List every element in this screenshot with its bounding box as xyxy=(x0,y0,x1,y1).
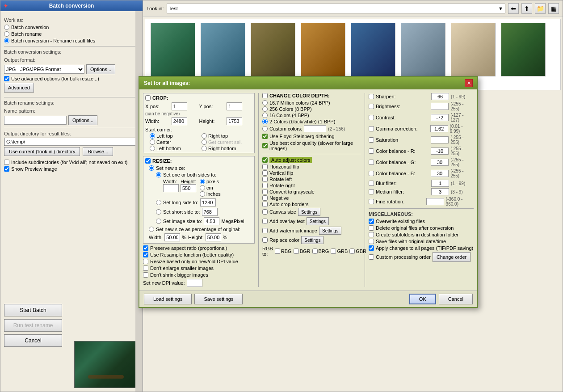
best-quality-checkbox[interactable] xyxy=(262,143,268,148)
set-one-both-option[interactable]: Set one or both sides to: xyxy=(156,172,252,177)
left-bottom-option[interactable]: Left bottom xyxy=(150,146,201,151)
canvas-size-option[interactable]: Canvas size Settings xyxy=(262,208,361,216)
include-subdir-checkbox[interactable] xyxy=(4,160,9,165)
crop-width-input[interactable] xyxy=(172,117,187,125)
image-size-input[interactable] xyxy=(204,217,219,225)
overlay-checkbox[interactable] xyxy=(262,219,268,224)
image-size-option[interactable]: Set image size to: MegaPixel xyxy=(156,217,252,225)
auto-adjust-checkbox[interactable] xyxy=(262,157,268,163)
negative-option[interactable]: Negative xyxy=(262,195,361,201)
floyd-option[interactable]: Use Floyd-Steinberg dithering xyxy=(262,134,361,139)
resize-dpi-option[interactable]: Resize based only on new/old DPI value xyxy=(143,259,255,264)
browse-button[interactable]: Browse... xyxy=(83,147,113,156)
2-colors-option[interactable]: 2 Colors (black/white) (1 BPP) xyxy=(262,119,361,124)
bgr-option[interactable]: BGR xyxy=(294,249,311,254)
color-r-checkbox[interactable] xyxy=(369,148,374,154)
horizontal-flip-option[interactable]: Horizontal flip xyxy=(262,164,361,169)
dont-shrink-checkbox[interactable] xyxy=(143,272,148,278)
ok-button[interactable]: OK xyxy=(409,294,436,304)
fine-rotation-checkbox[interactable] xyxy=(369,199,374,204)
create-subfolders-checkbox[interactable] xyxy=(369,232,374,237)
use-advanced-checkbox[interactable] xyxy=(4,76,9,81)
batch-conv-option[interactable]: Batch conversion xyxy=(4,25,139,30)
center-option[interactable]: Center xyxy=(150,139,201,145)
saturation-checkbox[interactable] xyxy=(369,137,374,143)
grayscale-checkbox[interactable] xyxy=(262,189,268,194)
color-r-input[interactable] xyxy=(431,148,449,155)
resize-checkbox[interactable] xyxy=(145,158,151,164)
format-select[interactable]: JPG - JPG/JPEG Format xyxy=(4,65,84,74)
create-subfolders-option[interactable]: Create subfolders in destination folder xyxy=(369,232,474,237)
overlay-settings-button[interactable]: Settings xyxy=(307,217,329,225)
dont-shrink-option[interactable]: Don't shrink bigger images xyxy=(143,272,255,278)
horizontal-flip-checkbox[interactable] xyxy=(262,164,268,169)
replace-color-option[interactable]: Replace color Settings xyxy=(262,236,361,244)
contrast-checkbox[interactable] xyxy=(369,115,374,120)
sharpen-checkbox[interactable] xyxy=(369,94,374,99)
sharpen-input[interactable] xyxy=(431,93,449,100)
use-resample-checkbox[interactable] xyxy=(143,252,148,257)
up-button[interactable]: ⬆ xyxy=(521,3,532,14)
color-g-input[interactable] xyxy=(431,159,449,166)
brg-option[interactable]: BRG xyxy=(312,249,329,254)
rotate-left-option[interactable]: Rotate left xyxy=(262,177,361,182)
replace-color-checkbox[interactable] xyxy=(262,237,268,243)
dont-enlarge-option[interactable]: Don't enlarge smaller images xyxy=(143,266,255,271)
blur-checkbox[interactable] xyxy=(369,181,374,186)
left-top-option[interactable]: Left top xyxy=(150,133,201,139)
percentage-option[interactable]: Set new size as percentage of original: xyxy=(149,227,252,232)
short-side-input[interactable] xyxy=(202,208,218,216)
median-input[interactable] xyxy=(431,188,449,195)
auto-crop-option[interactable]: Auto crop borders xyxy=(262,202,361,207)
brightness-input[interactable] xyxy=(431,103,449,110)
options-button[interactable]: Options... xyxy=(86,64,115,74)
width-pct-input[interactable] xyxy=(164,233,180,241)
right-top-option[interactable]: Right top xyxy=(202,133,252,139)
blur-input[interactable] xyxy=(431,180,449,187)
ypos-input[interactable] xyxy=(227,102,242,110)
replace-color-settings-button[interactable]: Settings xyxy=(301,236,324,244)
custom-order-option[interactable]: Custom processing order Change order xyxy=(369,252,474,262)
custom-order-checkbox[interactable] xyxy=(369,254,374,260)
watermark-option[interactable]: Add watermark image Settings xyxy=(262,227,361,235)
rotate-right-option[interactable]: Rotate right xyxy=(262,183,361,188)
load-settings-button[interactable]: Load settings xyxy=(144,294,192,304)
pixels-option[interactable]: pixels xyxy=(200,179,221,184)
color-b-checkbox[interactable] xyxy=(369,171,374,176)
change-order-button[interactable]: Change order xyxy=(433,252,471,262)
overwrite-option[interactable]: Overwrite existing files xyxy=(369,219,474,224)
resize-height-input[interactable] xyxy=(181,184,196,192)
grb-option[interactable]: GRB xyxy=(331,249,348,254)
rbg-option[interactable]: RBG xyxy=(275,249,292,254)
show-preview-checkbox[interactable] xyxy=(4,166,9,172)
crop-height-input[interactable] xyxy=(227,117,242,125)
crop-checkbox[interactable] xyxy=(145,95,151,101)
batch-rename-option[interactable]: Batch rename xyxy=(4,31,139,37)
rotate-left-checkbox[interactable] xyxy=(262,177,268,182)
256-colors-option[interactable]: 256 Colors (8 BPP) xyxy=(262,106,361,112)
advanced-button[interactable]: Advanced xyxy=(4,83,34,93)
save-date-checkbox[interactable] xyxy=(369,239,374,244)
list-item[interactable] xyxy=(499,23,547,85)
watermark-checkbox[interactable] xyxy=(262,228,268,233)
custom-colors-option[interactable]: Custom colors: (2 - 256) xyxy=(262,125,361,132)
resize-width-input[interactable] xyxy=(163,184,179,192)
fine-rotation-input[interactable] xyxy=(426,198,444,205)
cancel-modal-button[interactable]: Cancel xyxy=(439,294,473,304)
color-b-input[interactable] xyxy=(431,170,449,177)
brightness-checkbox[interactable] xyxy=(369,104,374,109)
dont-enlarge-checkbox[interactable] xyxy=(143,266,148,271)
preserve-aspect-checkbox[interactable] xyxy=(143,245,148,251)
cm-option[interactable]: cm xyxy=(200,185,221,190)
height-pct-input[interactable] xyxy=(206,233,221,241)
long-side-input[interactable] xyxy=(200,198,216,207)
xpos-input[interactable] xyxy=(172,102,187,110)
inches-option[interactable]: inches xyxy=(200,191,221,197)
look-in-combo[interactable]: Test ▼ xyxy=(167,4,505,13)
canvas-size-checkbox[interactable] xyxy=(262,209,268,215)
modal-close-button[interactable]: ✕ xyxy=(465,79,473,87)
saturation-input[interactable] xyxy=(431,136,449,143)
gamma-input[interactable] xyxy=(430,125,448,132)
median-checkbox[interactable] xyxy=(369,189,374,194)
contrast-input[interactable] xyxy=(431,114,449,121)
